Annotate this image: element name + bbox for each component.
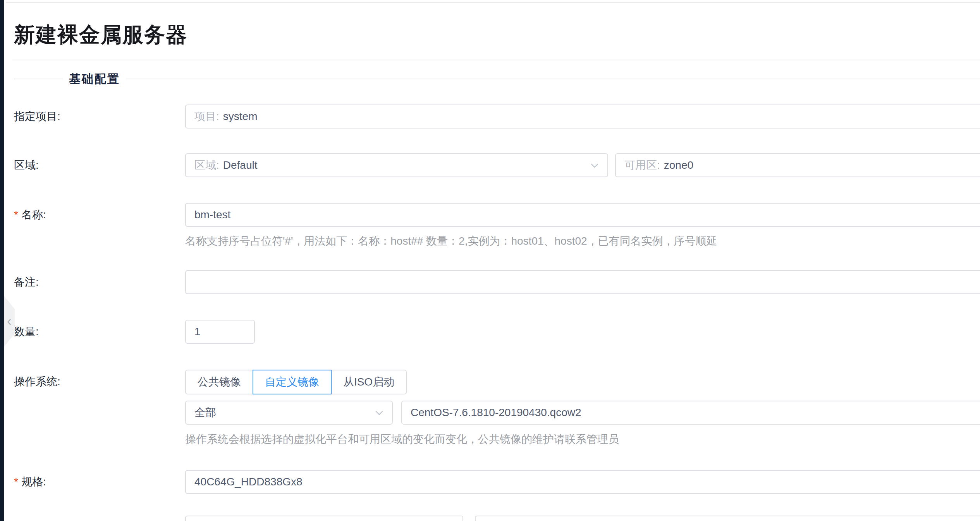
project-select-prefix: 项目: (194, 109, 219, 124)
os-hint: 操作系统会根据选择的虚拟化平台和可用区域的变化而变化，公共镜像的维护请联系管理员 (185, 431, 968, 447)
content-top-border (6, 2, 980, 3)
os-image-select[interactable]: CentOS-7.6.1810-20190430.qcow2 (401, 401, 980, 425)
os-image-source-tabs: 公共镜像 自定义镜像 从ISO启动 (185, 370, 407, 394)
title-divider (12, 60, 980, 60)
name-hint: 名称支持序号占位符'#'，用法如下：名称：host## 数量：2,实例为：hos… (185, 233, 968, 249)
bottom-partial-input-left[interactable] (185, 516, 463, 521)
name-label: *名称: (14, 203, 46, 227)
region-select[interactable]: 区域: Default (185, 153, 608, 177)
zone-select-value: zone0 (664, 159, 693, 171)
section-header-basic: 基础配置 (14, 73, 980, 85)
spec-label: *规格: (14, 470, 46, 494)
region-select-value: Default (223, 159, 258, 171)
spec-input-value: 40C64G_HDD838Gx8 (194, 476, 303, 488)
section-title: 基础配置 (69, 71, 120, 87)
remark-input[interactable] (185, 270, 980, 294)
page-title: 新建裸金属服务器 (14, 22, 187, 47)
name-input-value: bm-test (194, 209, 230, 221)
chevron-down-icon (373, 407, 385, 418)
count-label: 数量: (14, 320, 39, 344)
project-select-value: system (223, 110, 258, 123)
remark-label: 备注: (14, 270, 39, 294)
name-input[interactable]: bm-test (185, 203, 980, 227)
tab-boot-from-iso[interactable]: 从ISO启动 (331, 370, 407, 394)
section-line-left (14, 79, 63, 79)
sidebar-collapse-handle[interactable]: ‹ (4, 296, 15, 347)
required-asterisk: * (14, 476, 18, 488)
region-select-prefix: 区域: (194, 158, 219, 173)
bottom-partial-input-right[interactable] (475, 516, 980, 521)
section-line-right (126, 79, 980, 79)
chevron-down-icon (589, 159, 600, 171)
spec-input[interactable]: 40C64G_HDD838Gx8 (185, 470, 980, 494)
project-label: 指定项目: (14, 105, 60, 129)
required-asterisk: * (14, 209, 18, 221)
tab-custom-image[interactable]: 自定义镜像 (253, 370, 332, 394)
os-filter-value: 全部 (194, 405, 216, 420)
zone-select-prefix: 可用区: (624, 158, 660, 173)
chevron-left-icon: ‹ (7, 314, 12, 328)
tab-public-image[interactable]: 公共镜像 (185, 370, 253, 394)
region-label: 区域: (14, 153, 39, 177)
project-select[interactable]: 项目: system (185, 105, 980, 129)
sidebar-rail (0, 0, 4, 521)
os-image-value: CentOS-7.6.1810-20190430.qcow2 (411, 406, 581, 419)
os-label: 操作系统: (14, 370, 60, 394)
zone-select[interactable]: 可用区: zone0 (615, 153, 980, 177)
count-input-value: 1 (194, 326, 201, 338)
os-filter-select[interactable]: 全部 (185, 401, 393, 425)
count-input[interactable]: 1 (185, 320, 255, 344)
